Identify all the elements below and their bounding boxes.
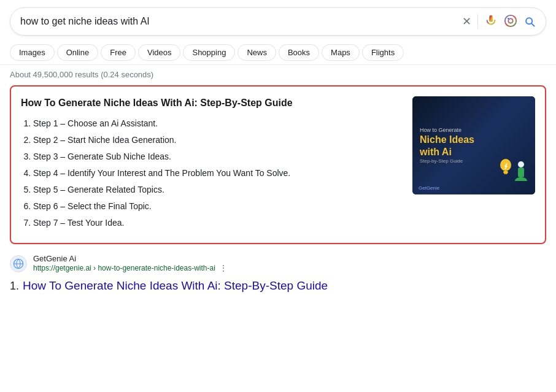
more-options-icon[interactable]: ⋮ bbox=[219, 263, 228, 273]
snippet-image: How to Generate Niche Ideas with Ai Step… bbox=[412, 96, 535, 194]
svg-rect-6 bbox=[503, 171, 508, 173]
filter-tabs: Images Online Free Videos Shopping News … bbox=[0, 40, 556, 65]
img-small-text: How to Generate bbox=[420, 127, 474, 133]
svg-point-3 bbox=[508, 18, 512, 23]
img-big-text-line2: with Ai bbox=[420, 147, 474, 158]
result-number: 1. bbox=[10, 280, 19, 293]
results-area: About 49,500,000 results (0.24 seconds) … bbox=[0, 65, 556, 302]
svg-rect-7 bbox=[504, 173, 508, 174]
img-big-text-line1: Niche Ideas bbox=[420, 134, 474, 145]
tab-books[interactable]: Books bbox=[279, 44, 319, 61]
snippet-img-inner: How to Generate Niche Ideas with Ai Step… bbox=[412, 96, 535, 194]
tab-shopping[interactable]: Shopping bbox=[183, 44, 235, 61]
lens-icon[interactable] bbox=[504, 14, 517, 29]
svg-point-4 bbox=[508, 17, 509, 19]
tab-images[interactable]: Images bbox=[10, 44, 55, 61]
svg-rect-0 bbox=[489, 15, 493, 21]
snippet-step-1: Step 1 – Choose an Ai Assistant. bbox=[33, 117, 403, 130]
result-link-title[interactable]: How To Generate Niche Ideas With Ai: Ste… bbox=[23, 279, 328, 293]
img-overlay: How to Generate Niche Ideas with Ai Step… bbox=[412, 96, 535, 194]
source-info: GetGenie Ai https://getgenie.ai › how-to… bbox=[33, 254, 546, 273]
img-text-block: How to Generate Niche Ideas with Ai Step… bbox=[420, 127, 474, 164]
search-button[interactable] bbox=[523, 15, 536, 28]
tab-news[interactable]: News bbox=[237, 44, 276, 61]
source-favicon bbox=[10, 255, 27, 272]
search-box: how to get niche ideas with AI ✕ bbox=[10, 7, 546, 36]
search-query-text[interactable]: how to get niche ideas with AI bbox=[20, 16, 462, 27]
tab-online[interactable]: Online bbox=[57, 44, 99, 61]
tab-flights[interactable]: Flights bbox=[362, 44, 404, 61]
result-title-row: 1. How To Generate Niche Ideas With Ai: … bbox=[10, 279, 546, 293]
mic-icon[interactable] bbox=[484, 14, 498, 29]
svg-rect-9 bbox=[518, 167, 524, 177]
snippet-step-4: Step 4 – Identify Your Interest and The … bbox=[33, 167, 403, 180]
source-name: GetGenie Ai bbox=[33, 254, 546, 263]
results-count: About 49,500,000 results (0.24 seconds) bbox=[10, 70, 546, 79]
clear-icon[interactable]: ✕ bbox=[462, 15, 471, 28]
featured-snippet: How To Generate Niche Ideas With Ai: Ste… bbox=[10, 85, 546, 244]
snippet-title: How To Generate Niche Ideas With Ai: Ste… bbox=[21, 96, 403, 110]
snippet-step-6: Step 6 – Select the Final Topic. bbox=[33, 200, 403, 213]
tab-maps[interactable]: Maps bbox=[322, 44, 360, 61]
snippet-steps-list: Step 1 – Choose an Ai Assistant. Step 2 … bbox=[21, 117, 403, 229]
svg-point-8 bbox=[518, 161, 524, 167]
source-url: https://getgenie.ai › how-to-generate-ni… bbox=[33, 264, 215, 272]
snippet-step-7: Step 7 – Test Your Idea. bbox=[33, 217, 403, 229]
snippet-step-2: Step 2 – Start Niche Idea Generation. bbox=[33, 134, 403, 147]
divider bbox=[477, 14, 478, 29]
snippet-content: How To Generate Niche Ideas With Ai: Ste… bbox=[21, 96, 403, 233]
tab-videos[interactable]: Videos bbox=[138, 44, 181, 61]
person-icon bbox=[512, 159, 530, 188]
source-url-row: https://getgenie.ai › how-to-generate-ni… bbox=[33, 263, 546, 273]
tab-free[interactable]: Free bbox=[101, 44, 136, 61]
img-brand: GetGenie bbox=[419, 185, 439, 191]
search-icons: ✕ bbox=[462, 14, 536, 29]
img-subtitle: Step-by-Step Guide bbox=[420, 158, 474, 164]
snippet-step-5: Step 5 – Generate Related Topics. bbox=[33, 183, 403, 196]
snippet-step-3: Step 3 – Generate Sub Niche Ideas. bbox=[33, 150, 403, 163]
search-bar-area: how to get niche ideas with AI ✕ bbox=[0, 0, 556, 40]
source-result: GetGenie Ai https://getgenie.ai › how-to… bbox=[10, 254, 546, 273]
